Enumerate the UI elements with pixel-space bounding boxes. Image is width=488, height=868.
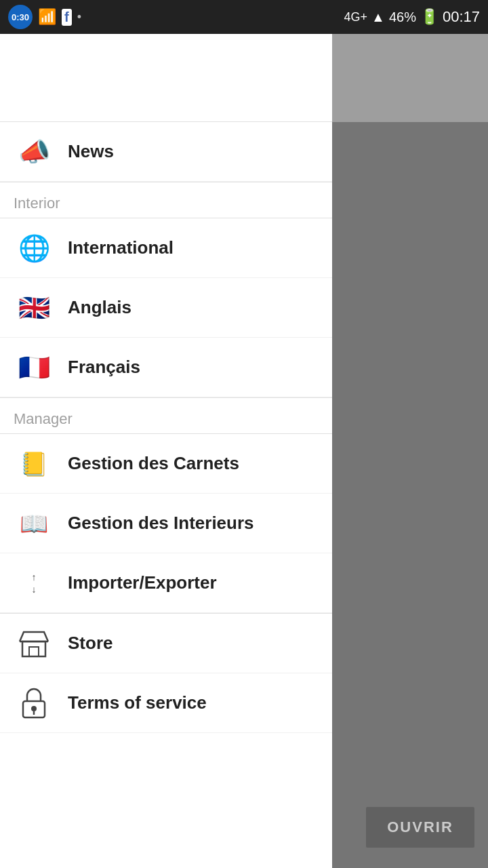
- timer-text: 0:30: [12, 12, 29, 22]
- import-export-icon: ↑ ↓: [14, 563, 54, 604]
- ouvrir-button[interactable]: OUVRIR: [366, 807, 474, 848]
- lock-icon: [14, 683, 54, 724]
- news-icon: 📣: [14, 132, 54, 172]
- francais-icon: 🇫🇷: [14, 347, 54, 388]
- menu-item-terms[interactable]: Terms of service: [0, 673, 332, 733]
- anglais-icon: 🇬🇧: [14, 288, 54, 328]
- svg-rect-2: [22, 642, 45, 656]
- carnets-icon: 📒: [14, 443, 54, 484]
- status-bar: 0:30 📶 f • 4G+ ▲ 46% 🔋 00:17: [0, 0, 488, 34]
- menu-item-international[interactable]: 🌐 International: [0, 218, 332, 278]
- header-gray-area: [332, 34, 488, 122]
- francais-label: Français: [68, 357, 140, 378]
- network-type: 4G+: [344, 10, 368, 24]
- svg-point-6: [31, 706, 37, 711]
- svg-rect-4: [29, 647, 39, 656]
- store-label: Store: [68, 633, 113, 654]
- menu-item-store[interactable]: Store: [0, 614, 332, 673]
- section-header-interior: Interior: [0, 182, 332, 218]
- status-bar-left: 0:30 📶 f •: [8, 5, 81, 29]
- menu-item-gestion-carnets[interactable]: 📒 Gestion des Carnets: [0, 434, 332, 494]
- clock: 00:17: [443, 8, 480, 26]
- manager-title: Manager: [14, 410, 73, 427]
- menu-item-importer-exporter[interactable]: ↑ ↓ Importer/Exporter: [0, 553, 332, 613]
- navigation-drawer: 📣 News Interior 🌐 International 🇬🇧 Angla…: [0, 34, 332, 868]
- interior-title: Interior: [14, 195, 60, 212]
- interieurs-icon: 📖: [14, 503, 54, 544]
- menu-item-anglais[interactable]: 🇬🇧 Anglais: [0, 278, 332, 338]
- interieurs-label: Gestion des Interieurs: [68, 513, 254, 534]
- svg-text:↓: ↓: [32, 584, 37, 595]
- battery-percent: 46%: [389, 9, 416, 25]
- status-bar-right: 4G+ ▲ 46% 🔋 00:17: [344, 8, 480, 26]
- drawer-header: [0, 34, 332, 122]
- signal-bars: ▲: [371, 9, 385, 25]
- svg-text:↑: ↑: [32, 572, 37, 583]
- timer-badge: 0:30: [8, 5, 33, 29]
- store-icon: [14, 623, 54, 664]
- menu-item-news[interactable]: 📣 News: [0, 122, 332, 182]
- section-header-manager: Manager: [0, 398, 332, 434]
- overlay-background: [332, 34, 488, 868]
- menu-item-gestion-interieurs[interactable]: 📖 Gestion des Interieurs: [0, 494, 332, 553]
- facebook-icon: f: [62, 9, 72, 26]
- news-label: News: [68, 141, 114, 162]
- carnets-label: Gestion des Carnets: [68, 453, 239, 474]
- terms-label: Terms of service: [68, 692, 207, 713]
- notification-dot: •: [77, 10, 81, 24]
- battery-icon: 🔋: [420, 8, 439, 26]
- sim-icon: 📶: [38, 8, 56, 26]
- importer-exporter-label: Importer/Exporter: [68, 572, 217, 593]
- ouvrir-label: OUVRIR: [387, 818, 453, 835]
- anglais-label: Anglais: [68, 297, 131, 318]
- international-label: International: [68, 237, 174, 258]
- menu-item-francais[interactable]: 🇫🇷 Français: [0, 338, 332, 397]
- international-icon: 🌐: [14, 228, 54, 269]
